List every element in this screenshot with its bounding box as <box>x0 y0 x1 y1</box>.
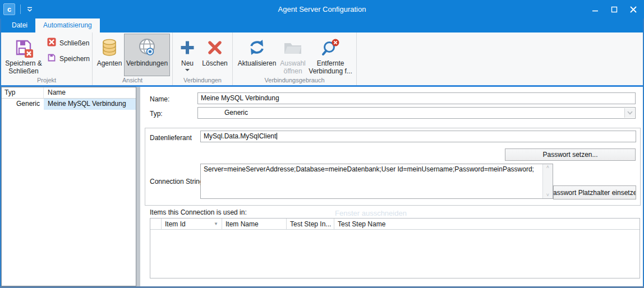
usage-caption: Items this Connection is used in: <box>150 208 247 216</box>
textarea-scrollbar[interactable]: ˄ ˅ <box>542 164 553 198</box>
ribbon-tab-bar: Datei Automatisierung <box>0 18 644 32</box>
column-header-test-step-in[interactable]: Test Step In... <box>287 219 334 229</box>
typ-label: Typ: <box>150 110 163 118</box>
typ-combobox[interactable]: Generic <box>197 107 636 119</box>
window-border-left <box>0 18 1 288</box>
connection-row[interactable]: Generic Meine MySQL Verbindung <box>2 99 136 110</box>
usage-table-header: Item Id ▼ Item Name Test Step In... Test… <box>150 219 640 230</box>
item-id-header-label: Item Id <box>165 220 186 228</box>
save-and-close-button[interactable]: Speichern & Schließen <box>3 34 44 76</box>
column-header-typ[interactable]: Typ <box>2 87 44 98</box>
new-button[interactable]: Neu <box>175 34 200 76</box>
group-label-ansicht: Ansicht <box>93 76 172 85</box>
remove-remote-connection-label: Entfernte Verbindung f... <box>307 59 353 75</box>
text-cursor <box>277 133 277 140</box>
tab-automatisierung[interactable]: Automatisierung <box>35 18 100 32</box>
column-header-item-id[interactable]: Item Id ▼ <box>162 219 222 229</box>
delete-label: Löschen <box>202 59 227 67</box>
folder-icon <box>283 36 303 59</box>
set-password-button[interactable]: Passwort setzen... <box>505 148 636 161</box>
connection-string-value: Server=meineServerAddresse;Database=mein… <box>204 165 534 173</box>
agent-server-configuration-window: c Agent Server Configuration Datei Autom… <box>0 0 644 288</box>
remove-remote-connection-button[interactable]: Entfernte Verbindung f... <box>307 34 354 76</box>
close-project-label: Schließen <box>59 39 89 47</box>
save-button[interactable]: Speichern <box>47 53 90 64</box>
globe-icon <box>136 36 158 59</box>
group-label-verbindungen: Verbindungen <box>173 76 232 85</box>
usage-table: Item Id ▼ Item Name Test Step In... Test… <box>150 218 640 278</box>
connection-string-textarea[interactable]: Server=meineServerAddresse;Database=mein… <box>200 164 553 199</box>
provider-input[interactable]: MySql.Data.MySqlClient <box>200 131 636 142</box>
ribbon-group-ansicht: Agenten Verbindungen <box>93 32 173 85</box>
connection-typ-cell[interactable]: Generic <box>2 99 44 110</box>
filter-dropdown-icon[interactable]: ▼ <box>214 221 218 226</box>
column-header-test-step-name[interactable]: Test Step Name <box>334 219 640 229</box>
agents-label: Agenten <box>97 59 122 67</box>
open-selection-label: Auswahl öffnen <box>279 59 306 75</box>
minimize-icon[interactable] <box>586 0 605 18</box>
plus-icon <box>179 36 196 59</box>
name-input[interactable]: Meine MySQL Verbindung <box>197 92 636 104</box>
save-label: Speichern <box>59 55 90 63</box>
provider-input-value: MySql.Data.MySqlClient <box>204 132 276 140</box>
refresh-label: Aktualisieren <box>238 59 277 67</box>
connections-list-panel: Typ Name Generic Meine MySQL Verbindung <box>1 87 136 286</box>
new-dropdown-arrow-icon[interactable] <box>185 69 190 71</box>
window-title: Agent Server Configuration <box>0 0 644 18</box>
new-label: Neu <box>181 59 194 67</box>
connections-view-button[interactable]: Verbindungen <box>124 34 170 76</box>
window-controls <box>586 0 643 18</box>
save-close-label: Speichern & Schließen <box>4 59 43 75</box>
refresh-icon <box>247 36 267 59</box>
refresh-button[interactable]: Aktualisieren <box>235 34 279 76</box>
ribbon-group-projekt: Speichern & Schließen Schließen Speicher… <box>1 32 93 85</box>
open-selection-button: Auswahl öffnen <box>279 34 307 76</box>
database-icon <box>100 36 119 59</box>
titlebar: c Agent Server Configuration <box>0 0 644 18</box>
agents-button[interactable]: Agenten <box>95 34 124 76</box>
provider-label: Datenlieferant <box>150 134 192 142</box>
delete-button[interactable]: Löschen <box>200 34 230 76</box>
close-icon[interactable] <box>624 0 643 18</box>
ribbon-group-verbindungen: Neu Löschen Verbindungen <box>173 32 233 85</box>
ribbon-group-verbindungsgebrauch: Aktualisieren Auswahl öffnen <box>233 32 357 85</box>
connection-name-cell[interactable]: Meine MySQL Verbindung <box>44 99 136 110</box>
column-header-name[interactable]: Name <box>44 87 136 98</box>
scroll-up-icon[interactable]: ˄ <box>546 165 549 170</box>
connections-view-label: Verbindungen <box>126 59 168 67</box>
close-red-icon <box>47 38 56 48</box>
close-project-button[interactable]: Schließen <box>47 38 90 48</box>
group-label-projekt: Projekt <box>1 76 92 85</box>
connection-string-label: Connection String <box>150 178 203 185</box>
name-label: Name: <box>150 95 169 103</box>
maximize-icon[interactable] <box>605 0 624 18</box>
tab-datei[interactable]: Datei <box>4 18 35 32</box>
insert-password-placeholder-button[interactable]: Passwort Platzhalter einsetzen <box>553 185 636 199</box>
column-header-item-name[interactable]: Item Name <box>222 219 287 229</box>
connections-list-header: Typ Name <box>2 87 136 99</box>
magnifier-remove-icon <box>321 36 340 59</box>
delete-x-icon <box>206 36 223 59</box>
save-floppy-icon <box>47 53 56 64</box>
save-close-icon <box>13 36 34 59</box>
typ-combobox-value: Generic <box>201 109 248 117</box>
chevron-down-icon[interactable] <box>624 108 634 118</box>
group-label-verbindungsgebrauch: Verbindungsgebrauch <box>233 76 356 85</box>
name-input-value: Meine MySQL Verbindung <box>201 94 279 102</box>
ribbon: Speichern & Schließen Schließen Speicher… <box>1 32 643 85</box>
scroll-down-icon[interactable]: ˅ <box>546 193 549 198</box>
row-indicator-header <box>150 219 162 229</box>
